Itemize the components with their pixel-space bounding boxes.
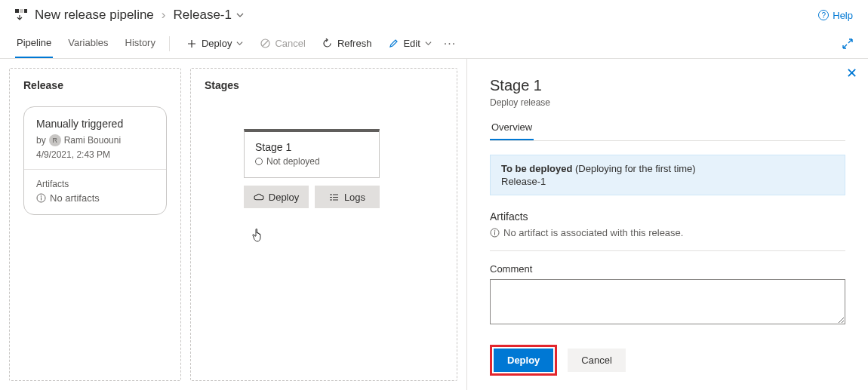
no-artifacts-label: No artifacts [50, 192, 100, 204]
breadcrumb: New release pipeline › Release-1 [15, 8, 244, 23]
release-panel: Release Manually triggered by R Rami Bou… [9, 68, 181, 381]
toolbar: Pipeline Variables History Deploy Cancel… [0, 29, 868, 59]
status-detail: (Deploying for the first time) [575, 163, 696, 174]
stage-logs-label: Logs [344, 192, 365, 203]
chevron-down-icon [236, 40, 243, 47]
stage-logs-button[interactable]: Logs [315, 186, 380, 208]
help-icon: ? [818, 10, 829, 20]
side-panel-title: Stage 1 [490, 77, 845, 94]
chevron-down-icon [425, 40, 432, 47]
edit-label: Edit [403, 38, 420, 49]
pipeline-icon [15, 9, 27, 21]
help-link[interactable]: ? Help [818, 10, 853, 21]
user-name: Rami Bououni [64, 135, 121, 146]
cancel-button[interactable]: Cancel [568, 349, 625, 372]
svg-rect-6 [41, 198, 42, 201]
artifacts-message: No artifact is associated with this rele… [490, 227, 845, 251]
cancel-icon [260, 38, 270, 49]
refresh-icon [322, 38, 333, 49]
comment-textarea[interactable] [490, 279, 845, 324]
tab-pipeline[interactable]: Pipeline [15, 29, 53, 58]
svg-point-5 [41, 195, 42, 197]
artifacts-heading: Artifacts [490, 210, 845, 223]
by-label: by [36, 135, 46, 146]
svg-rect-9 [494, 232, 495, 235]
help-label: Help [833, 10, 853, 21]
left-pane: Release Manually triggered by R Rami Bou… [0, 59, 466, 390]
side-panel-subtitle: Deploy release [490, 97, 845, 108]
stage-name: Stage 1 [255, 141, 368, 153]
comment-label: Comment [490, 263, 845, 275]
status-release-ref: Release-1 [501, 176, 834, 187]
info-icon [36, 193, 46, 203]
release-trigger-label: Manually triggered [36, 118, 154, 130]
status-heading: To be deployed [501, 163, 572, 174]
toolbar-separator [169, 36, 170, 51]
stages-panel: Stages Stage 1 Not deployed Deploy [190, 68, 457, 381]
svg-point-8 [494, 230, 496, 232]
stage-status-label: Not deployed [266, 156, 320, 167]
breadcrumb-release-label: Release-1 [174, 8, 232, 23]
tab-history[interactable]: History [124, 29, 157, 58]
deploy-dropdown-button[interactable]: Deploy [182, 35, 248, 52]
tab-overview[interactable]: Overview [490, 121, 534, 140]
tab-variables[interactable]: Variables [66, 29, 109, 58]
page-header: New release pipeline › Release-1 ? Help [0, 0, 868, 29]
release-panel-title: Release [10, 79, 180, 106]
svg-rect-0 [15, 9, 19, 13]
deploy-side-panel: ✕ Stage 1 Deploy release Overview To be … [466, 59, 868, 390]
more-button[interactable]: ··· [439, 35, 460, 52]
breadcrumb-release[interactable]: Release-1 [174, 8, 245, 23]
stage-card[interactable]: Stage 1 Not deployed [244, 129, 380, 178]
artifacts-section-label: Artifacts [36, 179, 154, 189]
chevron-down-icon [236, 11, 244, 19]
plus-icon [186, 38, 197, 49]
close-icon[interactable]: ✕ [846, 65, 857, 81]
svg-rect-2 [24, 9, 27, 13]
content-area: Release Manually triggered by R Rami Bou… [0, 59, 868, 390]
stage-block: Stage 1 Not deployed Deploy Logs [244, 129, 380, 208]
deploy-button-highlight: Deploy [490, 345, 557, 376]
edit-icon [388, 38, 399, 49]
top-tabs: Pipeline Variables History [15, 29, 157, 58]
info-icon [490, 228, 500, 238]
no-artifact-message: No artifact is associated with this rele… [503, 227, 683, 238]
release-by: by R Rami Bououni [36, 134, 154, 146]
avatar: R [49, 134, 61, 146]
edit-dropdown-button[interactable]: Edit [383, 35, 436, 52]
release-card[interactable]: Manually triggered by R Rami Bououni 4/9… [23, 106, 167, 215]
status-circle-icon [255, 158, 263, 165]
refresh-button[interactable]: Refresh [318, 35, 377, 52]
cloud-icon [254, 192, 264, 202]
deploy-dropdown-label: Deploy [202, 38, 232, 49]
cancel-button: Cancel [255, 35, 309, 52]
side-panel-buttons: Deploy Cancel [490, 345, 845, 376]
no-artifacts-row: No artifacts [36, 192, 154, 204]
release-timestamp: 4/9/2021, 2:43 PM [36, 149, 154, 160]
logs-icon [329, 192, 340, 202]
cancel-label: Cancel [275, 38, 305, 49]
status-box: To be deployed (Deploying for the first … [490, 155, 845, 195]
svg-rect-1 [20, 9, 23, 13]
stage-deploy-button[interactable]: Deploy [244, 186, 309, 208]
stage-status: Not deployed [255, 156, 368, 167]
stage-deploy-label: Deploy [269, 192, 299, 203]
deploy-button[interactable]: Deploy [494, 349, 553, 372]
expand-icon[interactable] [842, 38, 853, 49]
refresh-label: Refresh [337, 38, 372, 49]
stages-panel-title: Stages [191, 79, 457, 106]
breadcrumb-separator-icon: › [162, 8, 166, 23]
side-panel-tabs: Overview [490, 121, 845, 141]
breadcrumb-pipeline[interactable]: New release pipeline [35, 8, 154, 23]
